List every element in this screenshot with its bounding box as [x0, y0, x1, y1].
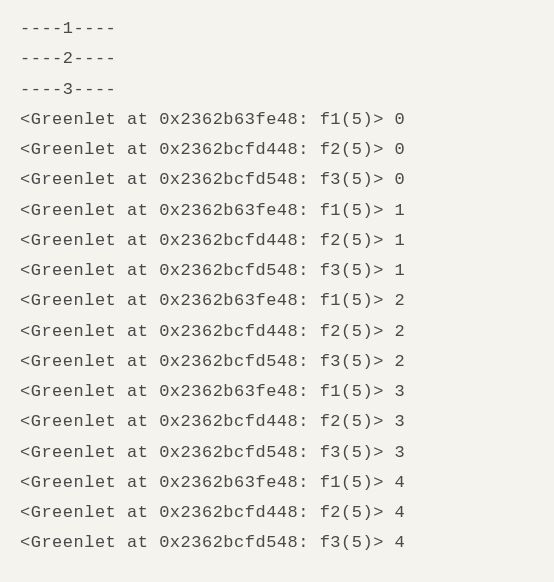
fn: f1: [320, 382, 341, 401]
arg: 5: [352, 322, 363, 341]
arg: 5: [352, 533, 363, 552]
header-line: ----3----: [20, 75, 534, 105]
console-output: ----1---- ----2---- ----3---- <Greenlet …: [20, 14, 534, 559]
fn: f3: [320, 533, 341, 552]
iter: 4: [395, 533, 406, 552]
fn: f1: [320, 201, 341, 220]
arg: 5: [352, 231, 363, 250]
iter: 1: [395, 231, 406, 250]
arg: 5: [352, 201, 363, 220]
arg: 5: [352, 503, 363, 522]
fn: f1: [320, 291, 341, 310]
arg: 5: [352, 261, 363, 280]
addr: 0x2362bcfd548: [159, 261, 298, 280]
addr: 0x2362b63fe48: [159, 382, 298, 401]
addr: 0x2362bcfd548: [159, 533, 298, 552]
fn: f2: [320, 412, 341, 431]
iter: 0: [395, 110, 406, 129]
greenlet-line: <Greenlet at 0x2362b63fe48: f1(5)> 4: [20, 468, 534, 498]
addr: 0x2362b63fe48: [159, 110, 298, 129]
iter: 3: [395, 443, 406, 462]
addr: 0x2362bcfd548: [159, 170, 298, 189]
fn: f3: [320, 352, 341, 371]
arg: 5: [352, 110, 363, 129]
fn: f2: [320, 140, 341, 159]
greenlet-line: <Greenlet at 0x2362bcfd448: f2(5)> 4: [20, 498, 534, 528]
addr: 0x2362bcfd448: [159, 140, 298, 159]
greenlet-line: <Greenlet at 0x2362bcfd448: f2(5)> 3: [20, 407, 534, 437]
header-line: ----2----: [20, 44, 534, 74]
addr: 0x2362bcfd448: [159, 503, 298, 522]
iter: 1: [395, 201, 406, 220]
greenlet-line: <Greenlet at 0x2362bcfd548: f3(5)> 2: [20, 347, 534, 377]
greenlet-line: <Greenlet at 0x2362bcfd448: f2(5)> 1: [20, 226, 534, 256]
arg: 5: [352, 443, 363, 462]
addr: 0x2362b63fe48: [159, 473, 298, 492]
fn: f1: [320, 110, 341, 129]
iter: 0: [395, 170, 406, 189]
greenlet-line: <Greenlet at 0x2362b63fe48: f1(5)> 1: [20, 196, 534, 226]
iter: 2: [395, 352, 406, 371]
arg: 5: [352, 291, 363, 310]
greenlet-line: <Greenlet at 0x2362bcfd548: f3(5)> 3: [20, 438, 534, 468]
arg: 5: [352, 473, 363, 492]
fn: f2: [320, 503, 341, 522]
fn: f2: [320, 231, 341, 250]
iter: 3: [395, 412, 406, 431]
iter: 4: [395, 503, 406, 522]
fn: f2: [320, 322, 341, 341]
addr: 0x2362bcfd548: [159, 352, 298, 371]
iter: 1: [395, 261, 406, 280]
fn: f3: [320, 443, 341, 462]
iter: 2: [395, 322, 406, 341]
arg: 5: [352, 140, 363, 159]
iter: 2: [395, 291, 406, 310]
arg: 5: [352, 170, 363, 189]
iter: 3: [395, 382, 406, 401]
greenlet-line: <Greenlet at 0x2362bcfd448: f2(5)> 2: [20, 317, 534, 347]
fn: f3: [320, 170, 341, 189]
greenlet-line: <Greenlet at 0x2362bcfd548: f3(5)> 1: [20, 256, 534, 286]
greenlet-line: <Greenlet at 0x2362b63fe48: f1(5)> 2: [20, 286, 534, 316]
addr: 0x2362b63fe48: [159, 291, 298, 310]
addr: 0x2362b63fe48: [159, 201, 298, 220]
greenlet-line: <Greenlet at 0x2362bcfd448: f2(5)> 0: [20, 135, 534, 165]
arg: 5: [352, 352, 363, 371]
header-line: ----1----: [20, 14, 534, 44]
addr: 0x2362bcfd548: [159, 443, 298, 462]
arg: 5: [352, 412, 363, 431]
addr: 0x2362bcfd448: [159, 231, 298, 250]
fn: f3: [320, 261, 341, 280]
addr: 0x2362bcfd448: [159, 322, 298, 341]
iter: 0: [395, 140, 406, 159]
fn: f1: [320, 473, 341, 492]
greenlet-line: <Greenlet at 0x2362b63fe48: f1(5)> 3: [20, 377, 534, 407]
arg: 5: [352, 382, 363, 401]
iter: 4: [395, 473, 406, 492]
greenlet-line: <Greenlet at 0x2362b63fe48: f1(5)> 0: [20, 105, 534, 135]
greenlet-line: <Greenlet at 0x2362bcfd548: f3(5)> 0: [20, 165, 534, 195]
greenlet-line: <Greenlet at 0x2362bcfd548: f3(5)> 4: [20, 528, 534, 558]
addr: 0x2362bcfd448: [159, 412, 298, 431]
